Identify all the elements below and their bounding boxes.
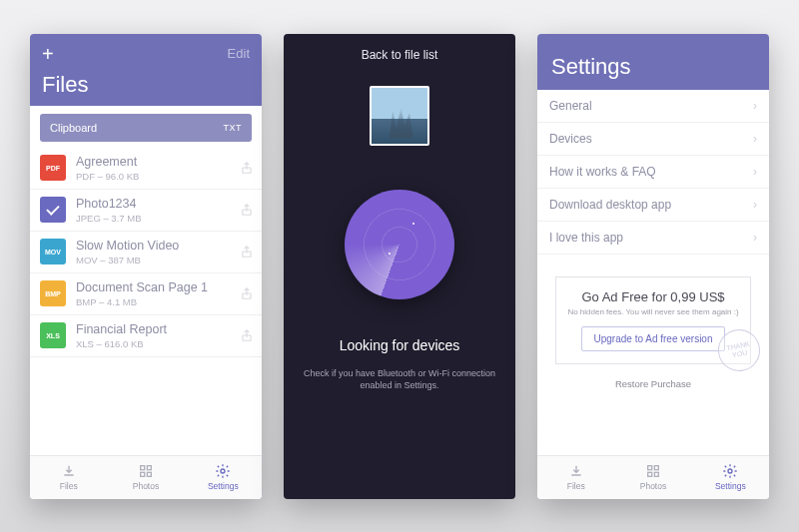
share-icon[interactable]: [240, 327, 254, 343]
settings-row[interactable]: General›: [537, 90, 769, 123]
filetype-badge: MOV: [40, 239, 66, 265]
header: + Edit Files: [30, 34, 262, 106]
chevron-right-icon: ›: [753, 99, 757, 113]
filetype-badge: [40, 197, 66, 223]
gear-icon: [215, 463, 231, 479]
download-icon: [61, 463, 77, 479]
header: Settings: [537, 34, 769, 90]
grid-icon: [645, 463, 661, 479]
file-row[interactable]: PDFAgreementPDF – 96.0 KB: [30, 148, 262, 190]
tab-label: Settings: [715, 481, 746, 491]
chevron-right-icon: ›: [753, 198, 757, 212]
svg-point-14: [728, 469, 732, 473]
chevron-right-icon: ›: [753, 231, 757, 245]
upgrade-button[interactable]: Upgrade to Ad free version: [581, 326, 726, 351]
screen-radar: Back to file list Looking for devices Ch…: [284, 34, 515, 499]
chevron-right-icon: ›: [753, 165, 757, 179]
share-icon[interactable]: [240, 160, 254, 176]
edit-button[interactable]: Edit: [228, 46, 250, 61]
file-meta: XLS – 616.0 KB: [76, 338, 240, 349]
tab-files[interactable]: Files: [537, 456, 614, 499]
status-text: Looking for devices: [284, 337, 515, 353]
promo-headline: Go Ad Free for 0,99 US$: [566, 289, 740, 304]
restore-purchase-button[interactable]: Restore Purchase: [537, 378, 769, 389]
add-button[interactable]: +: [42, 44, 54, 64]
tab-label: Files: [567, 481, 585, 491]
clipboard-label: Clipboard: [50, 122, 97, 134]
filetype-badge: XLS: [40, 322, 66, 348]
tab-bar: FilesPhotosSettings: [537, 455, 769, 499]
share-icon[interactable]: [240, 244, 254, 260]
file-name: Document Scan Page 1: [76, 280, 240, 295]
tab-label: Photos: [640, 481, 666, 491]
screen-settings: Settings General›Devices›How it works & …: [537, 34, 769, 499]
tab-photos[interactable]: Photos: [614, 456, 691, 499]
file-name: Financial Report: [76, 322, 240, 337]
svg-rect-13: [654, 472, 658, 476]
settings-row-label: How it works & FAQ: [549, 165, 656, 179]
settings-row[interactable]: Download desktop app›: [537, 189, 769, 222]
svg-rect-11: [654, 466, 658, 470]
grid-icon: [138, 463, 154, 479]
file-name: Agreement: [76, 155, 240, 170]
file-meta: JPEG – 3.7 MB: [76, 213, 240, 224]
tab-label: Photos: [133, 481, 159, 491]
clipboard-ext: TXT: [224, 123, 243, 133]
page-title: Settings: [551, 54, 755, 80]
file-row[interactable]: BMPDocument Scan Page 1BMP – 4.1 MB: [30, 273, 262, 315]
tab-bar: FilesPhotosSettings: [30, 455, 262, 499]
filetype-badge: PDF: [40, 155, 66, 181]
file-row[interactable]: XLSFinancial ReportXLS – 616.0 KB: [30, 315, 262, 357]
chevron-right-icon: ›: [753, 132, 757, 146]
filetype-badge: BMP: [40, 280, 66, 306]
file-row[interactable]: Photo1234JPEG – 3.7 MB: [30, 190, 262, 232]
settings-row-label: General: [549, 99, 592, 113]
file-name: Slow Motion Video: [76, 239, 240, 254]
file-thumbnail[interactable]: [370, 86, 429, 146]
settings-row[interactable]: Devices›: [537, 123, 769, 156]
download-icon: [568, 463, 584, 479]
file-meta: MOV – 387 MB: [76, 255, 240, 266]
tab-settings[interactable]: Settings: [692, 456, 769, 499]
radar-icon: [345, 190, 454, 299]
file-meta: BMP – 4.1 MB: [76, 296, 240, 307]
share-icon[interactable]: [240, 285, 254, 301]
tab-files[interactable]: Files: [30, 456, 107, 499]
promo-sub: No hidden fees. You will never see them …: [566, 307, 740, 316]
gear-icon: [722, 463, 738, 479]
svg-rect-12: [648, 472, 652, 476]
tab-label: Settings: [208, 481, 239, 491]
tab-label: Files: [60, 481, 78, 491]
svg-point-9: [221, 469, 225, 473]
svg-rect-7: [141, 472, 145, 476]
back-button[interactable]: Back to file list: [284, 34, 515, 72]
svg-rect-8: [147, 472, 151, 476]
hint-text: Check if you have Bluetooth or Wi-Fi con…: [284, 367, 515, 392]
tab-photos[interactable]: Photos: [107, 456, 184, 499]
promo-card: Go Ad Free for 0,99 US$ No hidden fees. …: [555, 276, 751, 364]
tab-settings[interactable]: Settings: [185, 456, 262, 499]
settings-row[interactable]: How it works & FAQ›: [537, 156, 769, 189]
file-name: Photo1234: [76, 197, 240, 212]
settings-row-label: Devices: [549, 132, 592, 146]
clipboard-row[interactable]: Clipboard TXT: [40, 114, 252, 142]
file-meta: PDF – 96.0 KB: [76, 171, 240, 182]
settings-list: General›Devices›How it works & FAQ›Downl…: [537, 90, 769, 255]
settings-row-label: I love this app: [549, 231, 623, 245]
svg-rect-5: [141, 466, 145, 470]
file-row[interactable]: MOVSlow Motion VideoMOV – 387 MB: [30, 232, 262, 273]
svg-rect-6: [147, 466, 151, 470]
settings-row-label: Download desktop app: [549, 198, 671, 212]
share-icon[interactable]: [240, 202, 254, 218]
file-list: PDFAgreementPDF – 96.0 KBPhoto1234JPEG –…: [30, 142, 262, 455]
page-title: Files: [42, 72, 250, 98]
svg-rect-10: [648, 466, 652, 470]
screen-files: + Edit Files Clipboard TXT PDFAgreementP…: [30, 34, 262, 499]
settings-row[interactable]: I love this app›: [537, 222, 769, 255]
